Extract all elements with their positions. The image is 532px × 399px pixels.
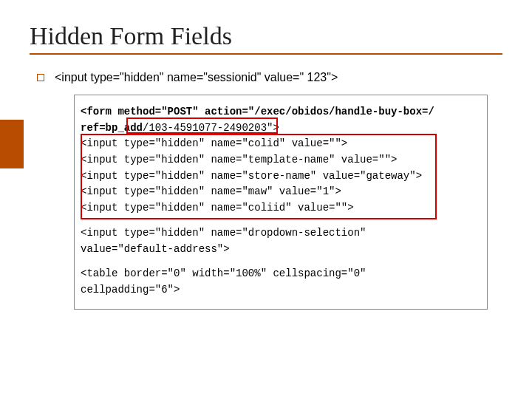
- code-line: <table border="0" width="100%" cellspaci…: [81, 266, 477, 282]
- code-text: <form method="POST" action="/exec/obidos…: [81, 106, 434, 117]
- code-line: <input type="hidden" name="maw" value="1…: [81, 184, 477, 200]
- code-line: <input type="hidden" name="store-name" v…: [81, 168, 477, 185]
- code-gap: [81, 216, 477, 225]
- code-line: value="default-address">: [81, 242, 477, 258]
- code-line: <form method="POST" action="/exec/obidos…: [81, 104, 477, 120]
- title-underline: [30, 53, 502, 55]
- code-line: <input type="hidden" name="coliid" value…: [81, 200, 477, 216]
- bullet-row: <input type="hidden" name="sessionid" va…: [37, 71, 502, 84]
- slide-container: Hidden Form Fields <input type="hidden" …: [0, 0, 532, 399]
- code-text: ref=bp_add: [81, 122, 143, 134]
- code-box: <form method="POST" action="/exec/obidos…: [74, 95, 488, 310]
- code-line: ref=bp_add/103-4591077-2490203">: [81, 120, 477, 137]
- bullet-text: <input type="hidden" name="sessionid" va…: [55, 71, 338, 84]
- code-text: /103-4591077-2490203">: [143, 122, 279, 134]
- code-line: <input type="hidden" name="template-name…: [81, 152, 477, 168]
- code-line: <input type="hidden" name="colid" value=…: [81, 136, 477, 152]
- code-line: <input type="hidden" name="dropdown-sele…: [81, 225, 477, 242]
- code-line: cellpadding="6">: [81, 282, 477, 299]
- code-gap: [81, 257, 477, 266]
- slide-title: Hidden Form Fields: [30, 22, 502, 50]
- square-bullet-icon: [37, 74, 44, 81]
- left-accent-bar: [0, 120, 24, 168]
